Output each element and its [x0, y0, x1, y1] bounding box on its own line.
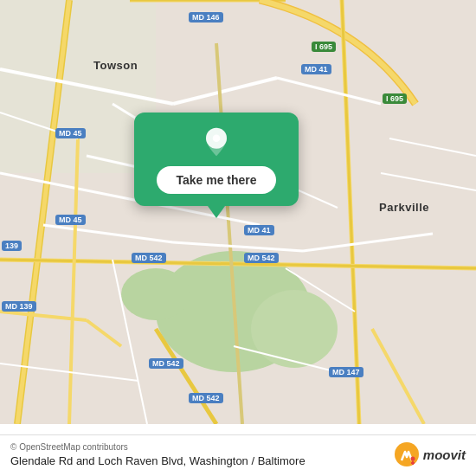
road-badge-md542-4: MD 542 [189, 393, 223, 403]
road-badge-md45-1: MD 45 [55, 128, 86, 138]
info-bar: © OpenStreetMap contributors Glendale Rd… [0, 434, 476, 476]
svg-point-3 [251, 290, 338, 368]
road-badge-md41-2: MD 41 [301, 64, 331, 74]
map-container: MD 146 MD 45 MD 45 MD 41 MD 41 MD 542 MD… [0, 0, 476, 476]
road-badge-139: 139 [2, 241, 22, 251]
moovit-logo: moovit [394, 441, 466, 467]
moovit-logo-icon [394, 441, 420, 467]
road-badge-md542-3: MD 542 [149, 358, 183, 369]
road-badge-i695-2: I 695 [383, 93, 407, 104]
town-label-towson: Towson [93, 59, 138, 72]
location-pin-icon [201, 126, 232, 158]
popup-card: Take me there [134, 113, 299, 206]
road-badge-i695-1: I 695 [312, 42, 336, 52]
road-badge-md41-1: MD 41 [244, 225, 274, 235]
road-badge-md542-2: MD 542 [132, 253, 166, 263]
take-me-there-button[interactable]: Take me there [157, 166, 275, 194]
svg-point-40 [410, 457, 415, 461]
road-badge-md139: MD 139 [2, 301, 36, 312]
road-badge-md147: MD 147 [329, 367, 363, 377]
road-badge-md45-2: MD 45 [55, 215, 86, 225]
svg-point-38 [213, 134, 221, 142]
town-label-parkville: Parkville [379, 201, 429, 214]
svg-point-2 [121, 268, 190, 320]
road-badge-md542-1: MD 542 [244, 253, 279, 263]
road-badge-md146: MD 146 [189, 12, 223, 23]
address-text: Glendale Rd and Loch Raven Blvd, Washing… [10, 454, 306, 467]
moovit-wordmark: moovit [423, 447, 466, 462]
